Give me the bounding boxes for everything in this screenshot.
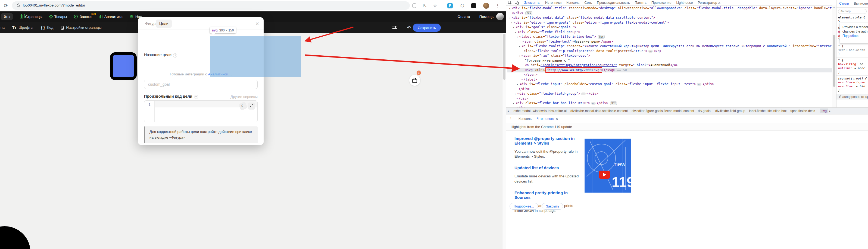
learn-more-button[interactable]: Подробнее...	[509, 203, 538, 210]
breadcrumb-item[interactable]: exbe-modal--window.is-tabs.editor-ui	[514, 109, 567, 113]
dom-node[interactable]: ▾<div is="flexbe-modal-data" class="flex…	[507, 15, 832, 20]
share-icon[interactable]: ⇱	[422, 3, 428, 9]
css-rule-text[interactable]: * {	[838, 59, 867, 63]
fonts-button[interactable]: Тт Шрифты	[12, 26, 33, 30]
dom-node-selected[interactable]: <svg xmlns="http://www.w3.org/2000/svg">…	[507, 68, 832, 73]
tree-twisty-icon[interactable]: ▾	[512, 25, 516, 30]
save-page-icon[interactable]	[412, 3, 416, 8]
cart-button[interactable]: 1	[409, 75, 420, 86]
page-scrollbar[interactable]	[502, 33, 506, 249]
devtools-tab[interactable]: Память	[632, 0, 649, 5]
inspect-element-icon[interactable]	[508, 1, 512, 5]
dom-node[interactable]: ▸<div class="flexbe-bar has-line mt20">⋯…	[507, 101, 832, 106]
devtools-tab[interactable]: Lighthouse	[674, 0, 695, 5]
crumbs-scroll-right-icon[interactable]: ▸	[829, 110, 831, 112]
tooltip-more-link[interactable]: Подробнее	[842, 34, 859, 38]
whats-new-title[interactable]: Updated list of devices	[515, 166, 582, 170]
dom-node[interactable]: "Готовые интеграции с "	[507, 58, 832, 63]
css-rule-text[interactable]: }	[838, 88, 867, 93]
css-rule-text[interactable]: * {	[838, 44, 867, 48]
css-declaration[interactable]: box-sizing: bo	[838, 62, 867, 66]
styles-filter-input[interactable]: Фильтр	[838, 9, 867, 14]
dom-node[interactable]: </div>	[507, 87, 832, 92]
dom-node[interactable]: ▾<div is="editor-figure-goals" class="ed…	[507, 20, 832, 25]
flex-badge[interactable]: flex	[610, 101, 617, 105]
tree-twisty-icon[interactable]: ▾	[508, 16, 512, 21]
dom-node[interactable]: <span class="flexbe-text">Название цели<…	[507, 39, 832, 44]
flex-badge[interactable]: flex	[525, 11, 532, 15]
figure-shape[interactable]	[110, 52, 137, 80]
tree-twisty-icon[interactable]: ▾	[510, 21, 514, 26]
dom-tree[interactable]: ▸<div is="flexbe-modal-title" responsive…	[507, 6, 832, 107]
whats-new-video-thumbnail[interactable]: new 119	[585, 139, 631, 192]
help-circle-icon[interactable]: ?	[194, 95, 198, 99]
flex-badge[interactable]: flex	[598, 35, 605, 38]
devtools-tab[interactable]: Сеть	[582, 0, 594, 5]
tree-twisty-icon[interactable]: ▸	[518, 44, 522, 49]
code-editor[interactable]: 1 ☾	[144, 100, 258, 122]
undo-icon[interactable]: ↶	[407, 25, 411, 31]
nav-item-pages[interactable]: Страницы	[20, 15, 42, 19]
dom-node[interactable]: class="flexbe-tooltip tooltipstered" dat…	[507, 49, 832, 54]
tab-styles[interactable]: Стили	[839, 2, 849, 6]
browser-profile-avatar[interactable]	[483, 3, 489, 9]
close-icon[interactable]: ✕	[556, 117, 558, 120]
devtools-tab[interactable]: Элементы	[522, 0, 543, 5]
url-text[interactable]: lp500401.myflexbe.com/?mode=editor	[23, 3, 85, 7]
css-rule-text[interactable]: }	[838, 70, 867, 74]
css-declaration[interactable]: outline: ▸ none	[838, 66, 867, 71]
devtools-tab[interactable]: Регистратор⚠	[695, 0, 723, 5]
whats-new-title[interactable]: Improved @property section in Elements >…	[515, 136, 582, 145]
nav-item-analytics[interactable]: Аналитика	[99, 15, 123, 19]
drawer-menu-icon[interactable]: ⋮	[509, 117, 513, 121]
close-icon[interactable]: ✕	[255, 21, 259, 27]
save-button[interactable]: Сохранить	[413, 24, 441, 32]
page-settings-button[interactable]: Настройки страницы	[61, 26, 101, 30]
tab-goals[interactable]: Цели	[156, 20, 172, 28]
black-shape[interactable]	[0, 226, 30, 249]
tree-twisty-icon[interactable]: ▸	[508, 6, 512, 11]
address-bar[interactable]: lp500401.myflexbe.com/?mode=editor	[12, 1, 410, 10]
scroll-up-icon[interactable]: ▲	[833, 6, 835, 8]
browser-menu-icon[interactable]: ⋮	[495, 3, 501, 9]
bookmark-star-icon[interactable]: ☆	[432, 3, 438, 9]
extension-ft-icon[interactable]: F	[447, 3, 453, 8]
help-circle-icon[interactable]: ?	[173, 54, 177, 58]
dom-node[interactable]: </div>flex	[507, 11, 832, 16]
breadcrumb-item[interactable]: div.flexbe-modal-data.scrollable-content	[570, 109, 628, 113]
dom-node[interactable]: </label>	[507, 77, 832, 82]
other-services-link[interactable]: Другие сервисы	[230, 95, 258, 99]
css-declaration[interactable]: overflow: ▸ hid	[838, 85, 867, 89]
devtools-tab[interactable]: Производительность	[594, 0, 632, 5]
dom-node[interactable]: ▸<div class="flexbe-field-group">⋯</div>	[507, 92, 832, 96]
elements-scrollbar[interactable]: ▲	[832, 5, 836, 107]
drawer-tab-whats-new[interactable]: Что нового ✕	[534, 115, 561, 122]
tab-computed[interactable]: Вычислен	[854, 2, 868, 6]
extension-dark-icon[interactable]	[471, 3, 476, 8]
breadcrumb-item[interactable]: label.flexbe-title.inline-box	[749, 109, 786, 113]
close-button[interactable]: Закрыть	[542, 203, 563, 210]
css-rule-text[interactable]: Унаследовано от sp	[836, 94, 868, 100]
nav-pay-link[interactable]: Оплата	[457, 15, 470, 19]
drawer-tab-console[interactable]: Консоль	[516, 115, 534, 122]
nav-item-sites[interactable]: йты	[1, 13, 13, 20]
whats-new-title[interactable]: Enhanced pretty-printing in Sources	[515, 190, 582, 200]
dom-node[interactable]: ▸<q is="flexbe-tooltip" content="Укажите…	[507, 44, 832, 49]
dom-node[interactable]: </div>	[507, 96, 832, 101]
css-rule-text[interactable]: element.style {	[838, 16, 867, 20]
dom-node[interactable]: ▾<div class="flexbe-field-group">	[507, 30, 832, 35]
breadcrumb-item[interactable]: div.flexbe-field-group	[715, 109, 745, 113]
breadcrumb-item[interactable]: div.goals.	[698, 109, 711, 113]
dom-node[interactable]: <a href="/admin/settings/integration/cou…	[507, 63, 832, 68]
breadcrumb-item[interactable]: div.editor-figure-goals.flexbe-modal-con…	[631, 109, 694, 113]
code-button[interactable]: { } Код	[41, 26, 54, 30]
lock-icon[interactable]	[17, 5, 20, 7]
devtools-tab[interactable]: Приложение	[649, 0, 674, 5]
dom-node[interactable]: ▾<label class="flexbe-title inline-box">…	[507, 34, 832, 39]
devtools-tab[interactable]: Источники	[543, 0, 564, 5]
tree-twisty-icon[interactable]: ▾	[518, 54, 522, 59]
scrollbar-thumb[interactable]	[503, 34, 505, 80]
crumbs-scroll-left-icon[interactable]: ◂	[507, 110, 509, 112]
nav-help-link[interactable]: Помощь	[479, 15, 494, 19]
css-rule-text[interactable]: }	[838, 52, 867, 56]
